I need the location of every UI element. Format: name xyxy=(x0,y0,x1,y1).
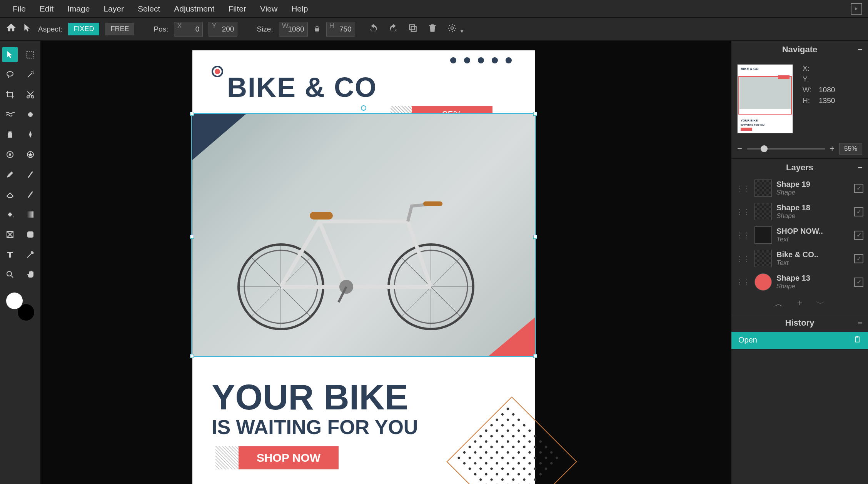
heal-tool[interactable] xyxy=(23,107,38,122)
layer-thumbnail[interactable] xyxy=(754,203,772,220)
layer-thumbnail[interactable] xyxy=(754,250,772,267)
visibility-toggle[interactable]: ✓ xyxy=(854,278,863,287)
crop-tool[interactable] xyxy=(2,87,18,102)
redo-icon[interactable] xyxy=(388,23,398,35)
layer-type: Text xyxy=(776,236,850,243)
sponge-tool[interactable] xyxy=(2,147,18,162)
collapse-icon[interactable]: − xyxy=(858,319,862,328)
shape-tool[interactable] xyxy=(2,227,18,242)
layer-up-icon[interactable]: ︿ xyxy=(774,298,783,310)
layer-row[interactable]: ⋮⋮ Shape 13Shape ✓ xyxy=(731,270,868,294)
gradient-tool[interactable] xyxy=(23,207,38,222)
brand-text: BIKE & CO xyxy=(227,72,377,103)
foreground-color-swatch[interactable] xyxy=(6,292,23,309)
canvas-area[interactable]: BIKE & CO 25% discount xyxy=(40,41,731,484)
layer-thumbnail[interactable] xyxy=(754,273,772,291)
pos-y-input[interactable] xyxy=(209,22,237,37)
aspect-fixed-button[interactable]: FIXED xyxy=(68,23,99,35)
cursor-tool-icon[interactable] xyxy=(22,23,32,35)
menu-select[interactable]: Select xyxy=(131,4,167,13)
layer-name: SHOP NOW.. xyxy=(776,227,850,236)
visibility-toggle[interactable]: ✓ xyxy=(854,184,863,193)
tool-panel xyxy=(0,41,40,484)
trash-icon[interactable] xyxy=(427,23,437,35)
dot-diamond-decoration xyxy=(454,404,563,484)
drag-handle-icon[interactable]: ⋮⋮ xyxy=(736,231,750,240)
clone-tool[interactable] xyxy=(2,127,18,142)
size-w-input[interactable] xyxy=(279,22,308,37)
cut-tool[interactable] xyxy=(23,87,38,102)
pos-x-input[interactable] xyxy=(174,22,203,37)
add-layer-icon[interactable]: + xyxy=(797,298,802,310)
menu-view[interactable]: View xyxy=(253,4,284,13)
drag-handle-icon[interactable]: ⋮⋮ xyxy=(736,278,750,286)
visibility-toggle[interactable]: ✓ xyxy=(854,254,863,263)
liquify-tool[interactable] xyxy=(2,107,18,122)
layer-thumbnail[interactable] xyxy=(754,226,772,244)
pencil-tool[interactable] xyxy=(2,167,18,182)
canvas-document[interactable]: BIKE & CO 25% discount xyxy=(192,50,535,484)
lock-aspect-icon[interactable] xyxy=(314,24,320,35)
svg-rect-1 xyxy=(411,26,416,31)
eyedropper-tool[interactable] xyxy=(23,247,38,262)
layer-row[interactable]: ⋮⋮ Shape 19Shape ✓ xyxy=(731,176,868,200)
collapse-icon[interactable]: − xyxy=(858,45,862,54)
menu-layer[interactable]: Layer xyxy=(97,4,131,13)
color-swatches[interactable] xyxy=(6,292,35,321)
history-item[interactable]: Open xyxy=(731,332,868,349)
eraser-tool[interactable] xyxy=(2,187,18,202)
brush-tool[interactable] xyxy=(23,167,38,182)
panel-toggle-icon[interactable] xyxy=(851,3,862,15)
zoom-input[interactable] xyxy=(839,143,862,155)
aspect-free-button[interactable]: FREE xyxy=(105,23,134,35)
nav-x-label: X: xyxy=(803,64,814,73)
text-tool[interactable] xyxy=(2,247,18,262)
menu-help[interactable]: Help xyxy=(284,4,315,13)
zoom-tool[interactable] xyxy=(2,267,18,282)
fill-tool[interactable] xyxy=(23,187,38,202)
lasso-tool[interactable] xyxy=(2,67,18,82)
bucket-tool[interactable] xyxy=(2,207,18,222)
layers-header[interactable]: Layers − xyxy=(731,159,868,176)
layer-row[interactable]: ⋮⋮ SHOP NOW..Text ✓ xyxy=(731,223,868,247)
hand-tool[interactable] xyxy=(23,267,38,282)
wand-tool[interactable] xyxy=(23,67,38,82)
layer-row[interactable]: ⋮⋮ Bike & CO..Text ✓ xyxy=(731,247,868,270)
sharpen-tool[interactable] xyxy=(23,147,38,162)
drag-handle-icon[interactable]: ⋮⋮ xyxy=(736,184,750,193)
menu-edit[interactable]: Edit xyxy=(33,4,60,13)
menu-adjustment[interactable]: Adjustment xyxy=(167,4,221,13)
navigate-header[interactable]: Navigate − xyxy=(731,41,868,58)
layer-type: Text xyxy=(776,259,850,267)
zoom-in-icon[interactable]: + xyxy=(830,144,835,154)
visibility-toggle[interactable]: ✓ xyxy=(854,231,863,240)
layer-thumbnail[interactable] xyxy=(754,180,772,197)
menu-image[interactable]: Image xyxy=(60,4,97,13)
history-title: History xyxy=(785,318,815,328)
headline-1: YOUR BIKE xyxy=(212,377,408,417)
layer-down-icon[interactable]: ﹀ xyxy=(816,298,825,310)
menu-filter[interactable]: Filter xyxy=(221,4,253,13)
zoom-out-icon[interactable]: − xyxy=(737,144,742,154)
svg-point-9 xyxy=(9,153,11,156)
layer-row[interactable]: ⋮⋮ Shape 18Shape ✓ xyxy=(731,200,868,223)
size-h-input[interactable] xyxy=(326,22,355,37)
home-icon[interactable] xyxy=(6,22,17,36)
drag-handle-icon[interactable]: ⋮⋮ xyxy=(736,208,750,216)
navigator-thumbnail[interactable]: BIKE & CO YOUR BIKE IS WAITING FOR YOU xyxy=(737,64,793,133)
visibility-toggle[interactable]: ✓ xyxy=(854,207,863,216)
collapse-icon[interactable]: − xyxy=(858,163,862,172)
copy-icon[interactable] xyxy=(408,23,418,35)
zoom-slider[interactable] xyxy=(747,148,825,150)
blur-tool[interactable] xyxy=(23,127,38,142)
navigate-panel: Navigate − BIKE & CO YOUR BIKE IS WAITIN… xyxy=(731,41,868,159)
stamp-tool[interactable] xyxy=(23,227,38,242)
menu-file[interactable]: File xyxy=(6,4,33,13)
undo-icon[interactable] xyxy=(369,23,379,35)
gear-icon[interactable]: ▾ xyxy=(447,23,464,35)
move-tool[interactable] xyxy=(2,47,18,62)
history-header[interactable]: History − xyxy=(731,314,868,332)
marquee-tool[interactable] xyxy=(23,47,38,62)
drag-handle-icon[interactable]: ⋮⋮ xyxy=(736,254,750,263)
rotate-handle[interactable] xyxy=(361,105,366,111)
